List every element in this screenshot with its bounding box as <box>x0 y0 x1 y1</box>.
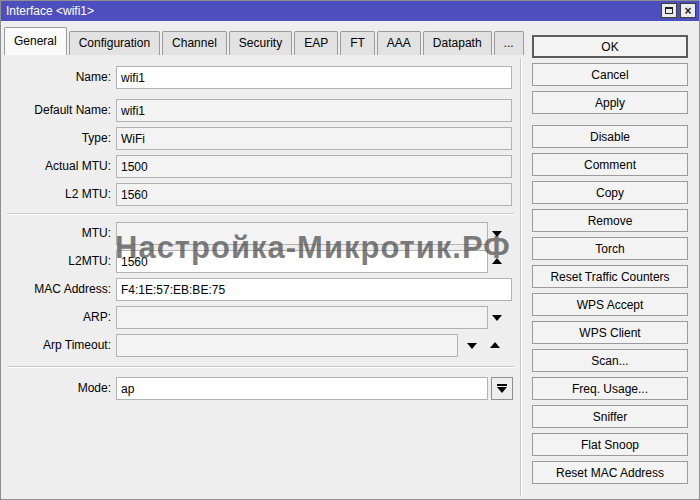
mode-input[interactable] <box>116 377 488 400</box>
wps-client-button[interactable]: WPS Client <box>532 321 688 344</box>
mtu-label: MTU: <box>1 222 111 245</box>
actual-mtu-row: Actual MTU: <box>1 155 521 178</box>
l2mtu-label: L2MTU: <box>1 250 111 273</box>
reset-traffic-counters-button[interactable]: Reset Traffic Counters <box>532 265 688 288</box>
maximize-button[interactable] <box>661 3 677 18</box>
tab-configuration[interactable]: Configuration <box>69 31 160 55</box>
section-separator <box>7 213 514 214</box>
type-label: Type: <box>1 127 111 150</box>
arp-label: ARP: <box>1 306 111 329</box>
arp-timeout-input[interactable] <box>116 334 458 357</box>
window-title: Interface <wifi1> <box>6 4 94 18</box>
l2-mtu-label: L2 MTU: <box>1 183 111 206</box>
reset-mac-address-button[interactable]: Reset MAC Address <box>532 461 688 484</box>
vertical-divider <box>520 58 521 496</box>
mtu-input[interactable] <box>116 222 488 245</box>
name-input[interactable] <box>116 66 512 89</box>
arp-row: ARP: <box>1 306 521 329</box>
combo-dropdown-arrow-icon <box>497 387 507 393</box>
close-button[interactable]: × <box>680 3 696 18</box>
tab-eap[interactable]: EAP <box>294 31 338 55</box>
mtu-dropdown-arrow-icon[interactable] <box>492 231 502 237</box>
torch-button[interactable]: Torch <box>532 237 688 260</box>
copy-button[interactable]: Copy <box>532 181 688 204</box>
mode-label: Mode: <box>1 377 111 400</box>
tab-security[interactable]: Security <box>229 31 292 55</box>
actual-mtu-field <box>116 155 512 178</box>
type-row: Type: <box>1 127 521 150</box>
combo-dropdown-icon <box>497 384 507 386</box>
sniffer-button[interactable]: Sniffer <box>532 405 688 428</box>
mode-dropdown-button[interactable] <box>491 377 513 400</box>
tab-aaa[interactable]: AAA <box>377 31 421 55</box>
tab-strip: General Configuration Channel Security E… <box>4 28 526 55</box>
type-field <box>116 127 512 150</box>
mac-address-row: MAC Address: <box>1 278 521 301</box>
mtu-row: MTU: <box>1 222 521 245</box>
cancel-button[interactable]: Cancel <box>532 63 688 86</box>
default-name-row: Default Name: <box>1 99 521 122</box>
flat-snoop-button[interactable]: Flat Snoop <box>532 433 688 456</box>
name-label: Name: <box>1 66 111 89</box>
tab-channel[interactable]: Channel <box>162 31 227 55</box>
close-icon: × <box>684 5 691 17</box>
l2mtu-input[interactable] <box>116 250 488 273</box>
window-controls: × <box>661 3 696 18</box>
tab-datapath[interactable]: Datapath <box>423 31 492 55</box>
remove-button[interactable]: Remove <box>532 209 688 232</box>
arp-input[interactable] <box>116 306 488 329</box>
arp-timeout-row: Arp Timeout: <box>1 334 521 357</box>
apply-button[interactable]: Apply <box>532 91 688 114</box>
ok-button[interactable]: OK <box>532 35 688 58</box>
l2-mtu-field <box>116 183 512 206</box>
l2-mtu-readonly-row: L2 MTU: <box>1 183 521 206</box>
tab-more[interactable]: ... <box>494 31 524 55</box>
arp-dropdown-arrow-icon[interactable] <box>492 315 502 321</box>
l2mtu-collapse-arrow-icon[interactable] <box>492 258 502 264</box>
wps-accept-button[interactable]: WPS Accept <box>532 293 688 316</box>
actual-mtu-label: Actual MTU: <box>1 155 111 178</box>
name-row: Name: <box>1 66 521 89</box>
arp-timeout-up-arrow-icon[interactable] <box>490 342 500 348</box>
arp-timeout-label: Arp Timeout: <box>1 334 111 357</box>
interface-dialog: Interface <wifi1> × General Configuratio… <box>0 0 700 500</box>
mac-address-input[interactable] <box>116 278 512 301</box>
titlebar[interactable]: Interface <wifi1> × <box>1 1 699 21</box>
tab-general[interactable]: General <box>4 27 67 55</box>
l2mtu-row: L2MTU: <box>1 250 521 273</box>
comment-button[interactable]: Comment <box>532 153 688 176</box>
default-name-label: Default Name: <box>1 99 111 122</box>
arp-timeout-dropdown-arrow-icon[interactable] <box>467 343 477 349</box>
disable-button[interactable]: Disable <box>532 125 688 148</box>
maximize-icon <box>665 7 673 14</box>
mode-row: Mode: <box>1 377 521 400</box>
section-separator <box>7 366 514 367</box>
freq-usage-button[interactable]: Freq. Usage... <box>532 377 688 400</box>
default-name-field <box>116 99 512 122</box>
scan-button[interactable]: Scan... <box>532 349 688 372</box>
mac-address-label: MAC Address: <box>1 278 111 301</box>
tab-ft[interactable]: FT <box>340 31 375 55</box>
